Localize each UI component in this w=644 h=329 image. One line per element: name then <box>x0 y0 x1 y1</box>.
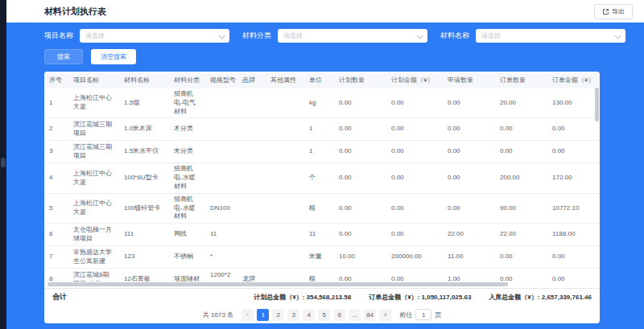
table-row: 7常熟盛达大学生公寓新建123不锈钢*米重10.00200000.0011.00… <box>44 246 600 269</box>
table-cell: 太仓电梯一月球项目 <box>68 224 119 246</box>
export-button[interactable]: 导出 <box>594 4 633 19</box>
column-header: 单位 <box>304 72 334 88</box>
page-button-1[interactable]: 1 <box>257 309 269 321</box>
filter-project-name: 项目名称 请选择 <box>44 29 229 43</box>
page: 材料计划执行表 导出 项目名称 请选择 <box>0 0 644 329</box>
table-cell: 0.00 <box>547 246 600 269</box>
table-cell <box>237 118 266 141</box>
table-cell <box>237 246 266 269</box>
column-header: 材料分类 <box>169 72 205 88</box>
table-cell <box>205 118 237 141</box>
table-cell: 未分类 <box>169 141 205 163</box>
filter-section: 项目名称 请选择 材料分类 请选择 材料名称 请选择 <box>6 23 644 72</box>
column-header: 品牌 <box>237 72 266 88</box>
page-button-84[interactable]: 84 <box>364 309 376 321</box>
table-cell <box>205 88 237 118</box>
next-page-button[interactable]: › <box>379 309 391 321</box>
table-cell: 网线 <box>169 224 205 246</box>
horizontal-scrollbar-thumb[interactable] <box>47 282 508 286</box>
page-button-4[interactable]: 4 <box>303 309 315 321</box>
goto-prefix: 前往 <box>399 310 412 319</box>
summary-item-label: 订单总金额（¥）: <box>369 294 419 301</box>
table-cell <box>266 269 304 282</box>
table-cell: 0.00 <box>443 141 495 163</box>
summary-planned-total: 计划总金额（¥）: 354,568,213.58 <box>254 293 351 302</box>
table-cell <box>266 224 304 246</box>
vertical-scrollbar-thumb[interactable] <box>595 88 599 121</box>
prev-page-button[interactable]: ‹ <box>242 309 254 321</box>
table-cell: 130.00 <box>547 88 600 118</box>
table-cell: 11 <box>304 224 334 246</box>
filter-material-name: 材料名称 请选择 <box>440 29 625 43</box>
table-cell: 上海松江中心大厦 <box>68 88 119 118</box>
table-cell: 0.00 <box>386 193 443 223</box>
table-cell: 0.00 <box>547 118 600 141</box>
pagination-total: 共 1673 条 <box>203 310 233 319</box>
table-cell: 1.00 <box>443 269 495 282</box>
table-row: 8滨江花城8期项目-分包12石膏板墙面辅材1200*244 0*12龙牌根0.0… <box>44 269 600 282</box>
table-cell: 常熟盛达大学生公寓新建 <box>68 246 119 269</box>
table-cell: 4 <box>44 163 68 193</box>
page-button-6[interactable]: 6 <box>333 309 345 321</box>
table-cell: 11 <box>205 224 237 246</box>
vertical-scrollbar[interactable] <box>595 88 599 249</box>
table-cell <box>237 141 266 163</box>
table-cell: 0.00 <box>334 118 386 141</box>
project-name-select[interactable]: 请选择 <box>80 29 229 43</box>
table-wrap: 序号项目名称材料名称材料分类规格型号品牌其他属性单位计划数量计划金额（¥）申请数… <box>44 72 600 282</box>
table-cell: 0.00 <box>334 193 386 223</box>
column-header: 其他属性 <box>266 72 304 88</box>
column-header: 计划数量 <box>334 72 386 88</box>
column-header: 材料名称 <box>119 72 169 88</box>
table-row: 5上海松江中心大厦100镀锌管卡招商机电-水暖材料DN100根0.000.000… <box>44 193 600 223</box>
pagination-pages: 123456...84 <box>257 309 376 321</box>
collapsed-sidebar[interactable] <box>0 0 6 329</box>
table-cell: 龙牌 <box>237 269 266 282</box>
filter-material-category: 材料分类 请选择 <box>242 29 427 43</box>
sidebar-toggle-icon[interactable] <box>1 158 6 167</box>
table-cell: 0.00 <box>547 269 600 282</box>
table-card: 序号项目名称材料名称材料分类规格型号品牌其他属性单位计划数量计划金额（¥）申请数… <box>44 72 600 323</box>
filter-label: 项目名称 <box>44 31 73 41</box>
table-cell <box>266 163 304 193</box>
summary-label: 合计 <box>52 292 67 302</box>
table-cell <box>205 163 237 193</box>
table-cell: 1 <box>304 141 334 163</box>
table-cell: 200.00 <box>495 163 547 193</box>
page-button-3[interactable]: 3 <box>287 309 299 321</box>
table-cell: 招商机电-水暖材料 <box>169 193 205 223</box>
table-cell: 5 <box>44 193 68 223</box>
table-cell: 123 <box>119 246 169 269</box>
table-header-row: 序号项目名称材料名称材料分类规格型号品牌其他属性单位计划数量计划金额（¥）申请数… <box>44 72 600 88</box>
filter-actions: 搜索 清空搜索 <box>44 49 638 64</box>
table-cell <box>237 224 266 246</box>
table-row: 2滨江花城三期项目1.0米木床木分类10.000.000.000.000.00 <box>44 118 600 141</box>
summary-item-label: 计划总金额（¥）: <box>254 294 304 301</box>
table-cell: 0.00 <box>386 163 443 193</box>
table-cell: 根 <box>304 193 334 223</box>
table-cell: 200000.00 <box>386 246 443 269</box>
column-header: 规格型号 <box>205 72 237 88</box>
goto-page: 前往 页 <box>399 309 441 320</box>
chevron-down-icon <box>614 32 621 39</box>
goto-page-input[interactable] <box>415 309 431 320</box>
table-cell: 8 <box>44 269 68 282</box>
material-name-select[interactable]: 请选择 <box>476 29 625 43</box>
filter-label: 材料分类 <box>242 31 271 41</box>
table-cell: 172.00 <box>547 163 600 193</box>
chevron-down-icon <box>218 32 225 39</box>
horizontal-scrollbar[interactable] <box>46 282 598 288</box>
page-ellipsis[interactable]: ... <box>349 309 361 321</box>
table-cell: 0.00 <box>443 163 495 193</box>
table-cell: 0.00 <box>495 118 547 141</box>
table-cell: 1.5烟 <box>119 88 169 118</box>
page-button-5[interactable]: 5 <box>318 309 330 321</box>
page-button-2[interactable]: 2 <box>272 309 284 321</box>
table-cell <box>237 193 266 223</box>
clear-search-button[interactable]: 清空搜索 <box>91 49 136 64</box>
table-cell: 1 <box>44 88 68 118</box>
material-category-select[interactable]: 请选择 <box>278 29 427 43</box>
table-cell: 0.00 <box>334 163 386 193</box>
search-button[interactable]: 搜索 <box>44 49 83 64</box>
table-cell: 1200*244 0*12 <box>205 269 237 282</box>
